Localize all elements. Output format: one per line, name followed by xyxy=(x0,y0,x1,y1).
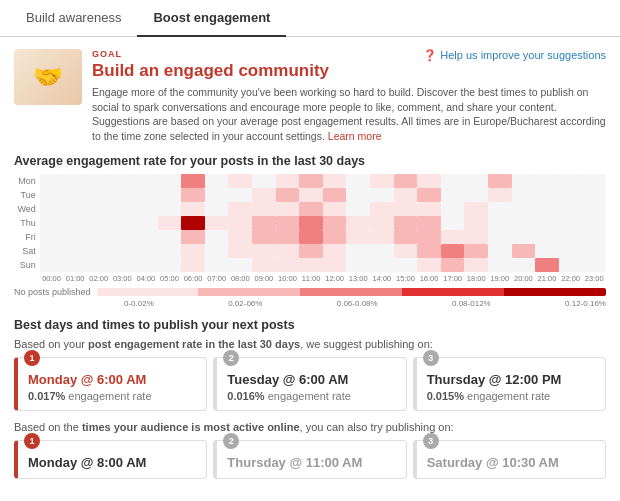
heat-cell xyxy=(158,202,182,216)
main-content: 🤝 GOAL Build an engaged community ❓ Help… xyxy=(0,37,620,491)
heat-cell xyxy=(394,258,418,272)
heat-cell xyxy=(63,230,87,244)
heat-cell xyxy=(394,174,418,188)
day-label: Thu xyxy=(14,216,40,230)
heatmap-container: MonTueWedThuFriSatSun00:0001:0002:0003:0… xyxy=(14,174,606,283)
heat-cell xyxy=(535,202,559,216)
heat-cell xyxy=(323,258,347,272)
heat-cell xyxy=(299,216,323,230)
heat-cell xyxy=(181,244,205,258)
online-time: Monday @ 8:00 AM xyxy=(28,455,198,470)
hour-label: 02:00 xyxy=(87,272,111,283)
heat-cell xyxy=(111,258,135,272)
heat-cell xyxy=(63,188,87,202)
heat-cell xyxy=(158,188,182,202)
heat-cell xyxy=(346,174,370,188)
heat-cell xyxy=(535,174,559,188)
heat-cell xyxy=(441,244,465,258)
tab-build-awareness[interactable]: Build awareness xyxy=(10,0,137,36)
hour-label: 23:00 xyxy=(582,272,606,283)
heat-cell xyxy=(134,202,158,216)
heat-cell xyxy=(464,188,488,202)
hour-label: 11:00 xyxy=(299,272,323,283)
hour-label: 07:00 xyxy=(205,272,229,283)
heat-cell xyxy=(181,258,205,272)
heat-cell xyxy=(464,258,488,272)
suggestion-time: Thursday @ 12:00 PM xyxy=(427,372,597,387)
legend-range-2: 0.02-06% xyxy=(228,299,262,308)
heat-cell xyxy=(582,216,606,230)
heat-cell xyxy=(441,258,465,272)
heat-cell xyxy=(276,202,300,216)
help-link[interactable]: ❓ Help us improve your suggestions xyxy=(413,49,606,62)
heat-cell xyxy=(512,202,536,216)
heat-cell xyxy=(252,230,276,244)
suggestion-time: Tuesday @ 6:00 AM xyxy=(227,372,397,387)
legend-range-3: 0.06-0.08% xyxy=(337,299,378,308)
heat-cell xyxy=(512,244,536,258)
heat-cell xyxy=(559,174,583,188)
heatmap-table: MonTueWedThuFriSatSun00:0001:0002:0003:0… xyxy=(14,174,606,283)
day-label: Tue xyxy=(14,188,40,202)
hour-label: 09:00 xyxy=(252,272,276,283)
hour-label: 22:00 xyxy=(559,272,583,283)
heat-cell xyxy=(370,188,394,202)
heat-cell xyxy=(559,188,583,202)
heat-cell xyxy=(346,188,370,202)
heat-cell xyxy=(276,258,300,272)
online-time: Saturday @ 10:30 AM xyxy=(427,455,597,470)
heat-cell xyxy=(40,202,64,216)
header-tabs: Build awareness Boost engagement xyxy=(0,0,620,37)
hour-label: 20:00 xyxy=(512,272,536,283)
heat-cell xyxy=(559,244,583,258)
heat-cell xyxy=(87,230,111,244)
hour-label: 21:00 xyxy=(535,272,559,283)
day-label: Sun xyxy=(14,258,40,272)
heat-cell xyxy=(181,202,205,216)
heat-cell xyxy=(205,244,229,258)
goal-label: GOAL xyxy=(92,49,329,59)
legend: No posts published 0-0.02% 0.02-06% 0.06… xyxy=(14,287,606,308)
heatmap-title: Average engagement rate for your posts i… xyxy=(14,154,606,168)
heat-cell xyxy=(228,202,252,216)
hour-label: 14:00 xyxy=(370,272,394,283)
heat-cell xyxy=(582,244,606,258)
heat-cell xyxy=(464,202,488,216)
rank-badge: 1 xyxy=(24,350,40,366)
heat-cell xyxy=(417,258,441,272)
online-intro: Based on the times your audience is most… xyxy=(14,421,606,433)
heat-cell xyxy=(417,188,441,202)
suggestion-time: Monday @ 6:00 AM xyxy=(28,372,198,387)
heat-cell xyxy=(323,174,347,188)
heat-cell xyxy=(111,244,135,258)
heat-cell xyxy=(63,244,87,258)
learn-more-link[interactable]: Learn more xyxy=(328,130,382,142)
heat-cell xyxy=(394,230,418,244)
heat-cell xyxy=(63,258,87,272)
heat-cell xyxy=(417,202,441,216)
online-grid: 1Monday @ 8:00 AM2Thursday @ 11:00 AM3Sa… xyxy=(14,440,606,479)
goal-description: Engage more of the community you've been… xyxy=(92,85,606,144)
heat-cell xyxy=(346,202,370,216)
heat-cell xyxy=(87,216,111,230)
heat-cell xyxy=(370,174,394,188)
heat-cell xyxy=(87,202,111,216)
heat-cell xyxy=(346,230,370,244)
heat-cell xyxy=(252,244,276,258)
heat-cell xyxy=(488,188,512,202)
heat-cell xyxy=(512,216,536,230)
heat-cell xyxy=(417,216,441,230)
heat-cell xyxy=(535,230,559,244)
heat-cell xyxy=(464,230,488,244)
tab-boost-engagement[interactable]: Boost engagement xyxy=(137,0,286,37)
heat-cell xyxy=(323,230,347,244)
hour-label: 17:00 xyxy=(441,272,465,283)
heat-cell xyxy=(559,258,583,272)
heat-cell xyxy=(441,202,465,216)
heat-cell xyxy=(228,174,252,188)
hour-label: 08:00 xyxy=(228,272,252,283)
heat-cell xyxy=(158,174,182,188)
heat-cell xyxy=(417,244,441,258)
day-label: Sat xyxy=(14,244,40,258)
suggestion-card: 1Monday @ 6:00 AM0.017% engagement rate xyxy=(14,357,207,411)
